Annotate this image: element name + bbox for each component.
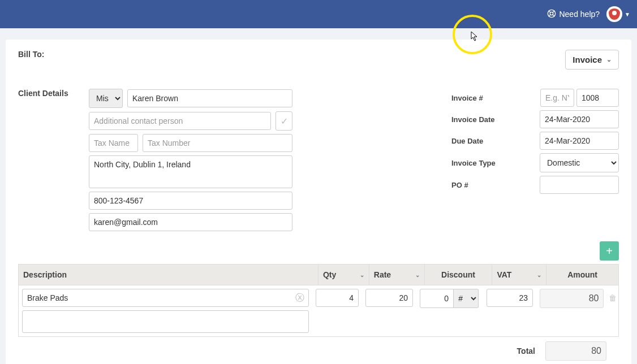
- table-header: Description Qty⌄ Rate⌄ Discount VAT⌄ Amo…: [18, 264, 619, 285]
- po-number-input[interactable]: [540, 176, 619, 194]
- tax-name-input[interactable]: [89, 134, 138, 152]
- lifebuoy-icon: [547, 9, 556, 20]
- email-input[interactable]: [89, 213, 292, 231]
- line-description-input[interactable]: [22, 289, 309, 307]
- delete-line-button[interactable]: 🗑: [607, 289, 618, 302]
- line-items-table: Description Qty⌄ Rate⌄ Discount VAT⌄ Amo…: [18, 264, 619, 337]
- line-description-extra[interactable]: [22, 310, 309, 333]
- invoice-number-label: Invoice #: [451, 94, 483, 102]
- total-value: 80: [545, 341, 606, 361]
- need-help-link[interactable]: Need help?: [547, 9, 600, 20]
- address-input[interactable]: North City, Dublin 1, Ireland: [89, 155, 292, 188]
- col-vat: VAT: [497, 270, 511, 279]
- chevron-down-icon: ⌄: [606, 56, 612, 63]
- col-description: Description: [23, 270, 67, 279]
- chevron-down-icon: ▼: [625, 11, 630, 18]
- user-menu[interactable]: ▼: [606, 6, 630, 22]
- client-name-input[interactable]: [127, 89, 292, 107]
- additional-contact-input[interactable]: [89, 112, 271, 130]
- invoice-type-label: Invoice Type: [451, 159, 496, 167]
- invoice-form-card: Bill To: Invoice ⌄ Client Details Miss: [6, 40, 631, 364]
- due-date-input[interactable]: [540, 132, 619, 150]
- document-type-value: Invoice: [573, 55, 602, 64]
- tax-number-input[interactable]: [143, 134, 292, 152]
- line-discount-input[interactable]: [420, 289, 454, 308]
- confirm-contact-button[interactable]: ✓: [276, 111, 292, 131]
- phone-input[interactable]: [89, 192, 292, 210]
- chevron-down-icon[interactable]: ⌄: [360, 272, 364, 278]
- invoice-prefix-input[interactable]: [540, 89, 574, 107]
- line-vat-input[interactable]: [487, 289, 533, 307]
- po-number-label: PO #: [451, 181, 468, 189]
- col-rate: Rate: [374, 270, 391, 279]
- clear-icon[interactable]: ⓧ: [295, 292, 304, 304]
- due-date-label: Due Date: [451, 137, 483, 145]
- add-line-button[interactable]: +: [600, 241, 619, 261]
- invoice-date-input[interactable]: [540, 110, 619, 128]
- trash-icon: 🗑: [609, 293, 617, 302]
- client-title-select[interactable]: Miss: [89, 89, 123, 108]
- document-type-select[interactable]: Invoice ⌄: [565, 50, 619, 70]
- avatar: [606, 6, 622, 22]
- chevron-down-icon[interactable]: ⌄: [537, 272, 541, 278]
- chevron-down-icon[interactable]: ⌄: [415, 272, 420, 278]
- check-icon: ✓: [281, 116, 288, 127]
- col-discount: Discount: [441, 270, 475, 279]
- line-discount-type-select[interactable]: #: [454, 289, 479, 308]
- line-amount-value: 80: [540, 289, 604, 308]
- invoice-type-select[interactable]: Domestic: [540, 153, 619, 172]
- line-rate-input[interactable]: [365, 289, 413, 307]
- col-qty: Qty: [323, 270, 336, 279]
- cursor-icon: [471, 31, 479, 43]
- col-amount: Amount: [567, 270, 597, 279]
- plus-icon: +: [606, 245, 613, 258]
- need-help-label: Need help?: [559, 10, 600, 19]
- total-label: Total: [517, 346, 535, 356]
- bill-to-label: Bill To:: [18, 50, 44, 59]
- svg-point-1: [550, 12, 553, 15]
- line-qty-input[interactable]: [316, 289, 359, 307]
- table-row: ⓧ # 80 🗑: [18, 285, 619, 337]
- client-details-label: Client Details: [18, 89, 78, 231]
- top-nav-bar: Need help? ▼: [0, 0, 637, 28]
- invoice-number-input[interactable]: [576, 89, 619, 107]
- invoice-date-label: Invoice Date: [451, 115, 495, 124]
